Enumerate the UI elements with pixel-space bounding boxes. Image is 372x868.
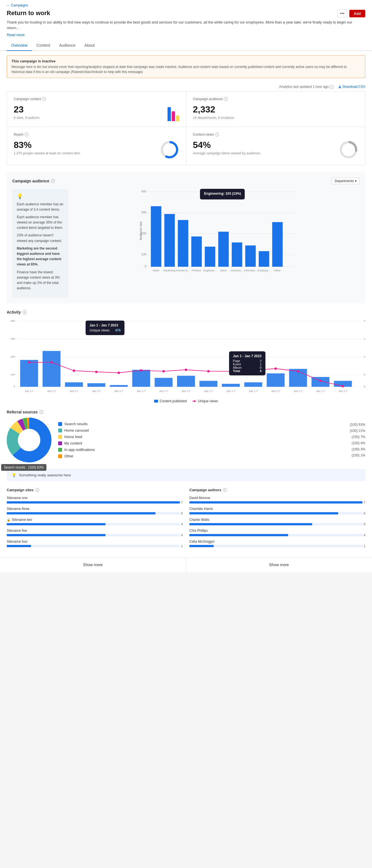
activity-tooltip-2: Jan 1 - Jan 7 2023 Page3 Event1 Album0 T… [229,351,266,375]
dot-9 [207,370,210,373]
legend-label-feed: Home feed [64,435,82,439]
page-description: Thank you for trusting in our ability to… [0,20,372,33]
pct-mycontent: (100) 4% [332,440,365,446]
alert-text: Message here is tbc but should cover tha… [11,64,361,74]
dot-3 [73,370,75,372]
content-views-sub: Average campaign items viewed by audienc… [193,151,260,155]
svg-text:Jan 1-7: Jan 1-7 [271,390,280,393]
dot-13 [297,370,299,373]
read-more-link[interactable]: Read more [0,33,372,40]
site-item-4: Sitename five 4 [7,529,183,537]
info-icon-aud-chart: i [51,179,55,183]
svg-text:Human R...: Human R... [176,269,190,272]
svg-text:Jan 1-7: Jan 1-7 [316,390,325,393]
dot-1 [28,361,30,364]
departments-dropdown[interactable]: Departments ▾ [332,178,360,184]
referral-title: Referral sources i [7,410,365,414]
lock-icon: 🔒 [7,518,11,522]
pct-carousel: (100) 21% [332,428,365,434]
breadcrumb[interactable]: ← Campaigns [0,0,372,8]
activity-bar-7 [155,378,173,387]
download-csv-button[interactable]: Download CSV [338,85,365,89]
legend-search-results: Search results [58,421,325,427]
svg-text:Jan 1-7: Jan 1-7 [137,390,146,393]
author-bar-bg-3 [189,523,363,525]
activity-bar-1 [20,360,38,387]
lightbulb-icon: 💡 [17,193,64,199]
legend-dot-carousel [58,429,62,432]
pct-inapp: (100) 3% [332,446,365,452]
svg-text:Marketing: Marketing [164,269,175,272]
add-button[interactable]: Add [349,10,365,17]
legend-other: Other [58,453,325,459]
tab-audience[interactable]: Audience [55,40,80,51]
author-bar-label-2: 6 [364,512,365,515]
campaign-content-chart [167,104,179,121]
campaign-audience-value: 2,332 [193,104,234,115]
insight-box-text: Something really awesome here [19,473,71,477]
author-bar-bg-4 [189,534,363,536]
chevron-down-icon: ▾ [355,179,356,183]
campaign-authors-title: Campaign authors i [189,488,365,492]
analytics-updated-text: Analytics last updated 1 hour ago i [279,85,334,89]
breadcrumb-link[interactable]: ← Campaigns [7,3,28,7]
site-item-1: Sitename one 7 [7,496,183,504]
svg-text:Jan 1-7: Jan 1-7 [47,390,56,393]
svg-text:20: 20 [364,319,365,322]
author-bar-fill-1 [189,501,363,503]
pie-center [18,429,40,451]
download-icon [338,85,342,88]
site-bar-bg-4 [7,534,180,536]
tab-overview[interactable]: Overview [7,40,32,51]
referral-legend: Search results Home carousel Home feed [58,421,325,459]
info-icon-referral: i [39,410,43,414]
svg-text:0: 0 [145,265,146,268]
svg-text:400: 400 [141,189,146,193]
campaign-sites-section: Campaign sites i Sitename one 7 Sitename… [7,488,183,551]
site-bar-label-2: 6 [181,512,183,515]
svg-text:200: 200 [11,355,15,358]
site-bar-fill-4 [7,534,105,536]
show-more-authors-button[interactable]: Show more [186,558,372,572]
author-bar-label-5: 1 [364,544,365,548]
content-views-donut [339,140,358,159]
tab-about[interactable]: About [80,40,99,51]
campaign-audience-label: Campaign audience i [193,97,359,101]
tab-content[interactable]: Content [32,40,55,51]
legend-home-carousel: Home carousel [58,427,325,434]
dot-5 [118,372,120,374]
legend-bar-icon [154,400,158,403]
svg-text:Jan 1-7: Jan 1-7 [25,390,34,393]
site-bar-label-5: 1 [181,544,183,548]
svg-text:Jan 1-7: Jan 1-7 [249,390,257,393]
legend-label-carousel: Home carousel [64,428,89,432]
campaign-content-card: Campaign content i 23 6 sites, 9 authors [7,91,186,127]
author-bar-label-3: 5 [364,523,365,526]
svg-text:Jan 1-7: Jan 1-7 [182,390,190,393]
bar-product [191,236,202,267]
activity-bar-5 [110,385,128,387]
activity-tooltip-2-rows: Page3 Event1 Album0 Total4 [233,359,261,373]
insight-bulb-icon: 💡 [12,473,16,477]
svg-text:Jan 1-7: Jan 1-7 [115,390,123,393]
activity-bar-2 [42,351,60,387]
header-actions: ••• Add [337,9,365,17]
site-name-4: Sitename five [7,529,183,533]
author-name-3: Charlie Watts [189,518,365,522]
alert-title: This campaign is inactive [11,59,361,63]
referral-inner: Search results (100) 63% Search results … [7,417,365,462]
show-more-sites-button[interactable]: Show more [0,558,186,572]
svg-text:Jan 1-7: Jan 1-7 [204,390,213,393]
reach-label: Reach i [14,132,179,136]
more-options-button[interactable]: ••• [337,9,347,17]
audience-insights-panel: 💡 Each audience member has an average of… [12,189,68,298]
dot-8 [185,369,187,371]
activity-bar-11 [244,382,262,387]
dot-14 [319,380,322,382]
author-name-1: David Monroe [189,496,365,500]
pie-tooltip: Search results (100) 63% [1,464,46,471]
site-item-5: Sitename four 1 [7,539,183,548]
info-icon-sites: i [35,488,39,492]
info-icon-audience: i [224,97,228,101]
site-name-1: Sitename one [7,496,183,500]
